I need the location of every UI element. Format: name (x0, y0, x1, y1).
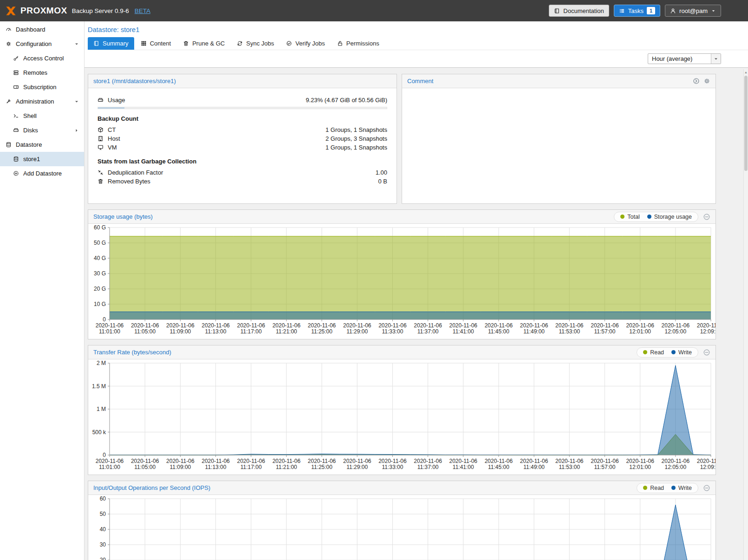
legend-label: Write (678, 349, 692, 356)
user-menu-button[interactable]: root@pam (665, 5, 721, 17)
svg-text:60: 60 (100, 495, 106, 502)
svg-text:2020-11-0612:05:00: 2020-11-0612:05:00 (662, 458, 690, 470)
sidebar-item-configuration[interactable]: Configuration (0, 37, 84, 51)
documentation-label: Documentation (563, 7, 604, 14)
svg-text:2020-11-0611:33:00: 2020-11-0611:33:00 (378, 458, 407, 470)
desktop-icon (98, 144, 104, 150)
chevron-down-icon (711, 8, 716, 13)
tab-prune-gc[interactable]: Prune & GC (177, 37, 230, 50)
user-icon (670, 8, 676, 14)
svg-text:2020-11-0611:21:00: 2020-11-0611:21:00 (273, 458, 301, 470)
scroll-up-arrow[interactable]: ▲ (744, 69, 748, 75)
tab-sync-jobs[interactable]: Sync Jobs (231, 37, 280, 50)
legend-item-read[interactable]: Read (640, 484, 667, 492)
tab-verify-jobs[interactable]: Verify Jobs (280, 37, 331, 50)
svg-text:2020-11-0611:01:00: 2020-11-0611:01:00 (96, 322, 124, 335)
sidebar-item-access-control[interactable]: Access Control (0, 51, 84, 65)
legend-item-write[interactable]: Write (668, 484, 695, 492)
svg-text:40: 40 (100, 526, 106, 533)
sidebar-item-disks[interactable]: Disks (0, 123, 84, 137)
comment-panel-title: Comment (407, 78, 433, 85)
main-area: Datastore: store1 SummaryContentPrune & … (85, 21, 748, 560)
usage-value: 9.23% (4.67 GiB of 50.56 GiB) (306, 97, 387, 104)
caret-right-icon (74, 128, 79, 133)
svg-text:2020-11-0611:41:00: 2020-11-0611:41:00 (449, 458, 478, 470)
tasks-list-icon (619, 8, 625, 14)
caret-down-icon (713, 56, 719, 62)
sidebar-item-add-datastore[interactable]: Add Datastore (0, 166, 84, 181)
tab-summary[interactable]: Summary (88, 37, 134, 50)
documentation-button[interactable]: Documentation (549, 5, 609, 17)
sidebar-item-label: Remotes (23, 69, 47, 76)
chevron-circle-icon[interactable] (693, 78, 700, 85)
summary-row-deduplication-factor: Deduplication Factor1.00 (98, 168, 387, 177)
combo-trigger[interactable] (711, 54, 721, 64)
legend-label: Total (627, 214, 639, 220)
unlock-icon (337, 40, 343, 46)
gc-stats-heading: Stats from last Garbage Collection (98, 158, 387, 165)
scrollbar-thumb[interactable] (744, 76, 748, 171)
legend-dot (647, 215, 651, 219)
svg-text:50 G: 50 G (94, 240, 106, 246)
legend-dot (671, 486, 676, 490)
storage-usage-panel: Storage usage (bytes) TotalStorage usage… (88, 209, 716, 339)
svg-text:2020-11-0611:37:00: 2020-11-0611:37:00 (414, 322, 442, 335)
svg-text:2020-11-0612:01:00: 2020-11-0612:01:00 (626, 458, 654, 470)
rows-icon (13, 70, 19, 76)
svg-text:20 G: 20 G (94, 286, 106, 292)
tasks-button[interactable]: Tasks 1 (614, 5, 660, 17)
db-icon (6, 142, 12, 148)
transfer-rate-panel: Transfer Rate (bytes/second) ReadWrite 0… (88, 345, 716, 475)
page-head: Datastore: store1 SummaryContentPrune & … (85, 21, 748, 50)
sidebar-item-dashboard[interactable]: Dashboard (0, 22, 84, 37)
sidebar-item-remotes[interactable]: Remotes (0, 65, 84, 80)
db-icon (13, 156, 19, 162)
datastore-summary-panel: store1 (/mnt/datastores/store1) Usage 9.… (88, 74, 397, 204)
sidebar-item-datastore[interactable]: Datastore (0, 137, 84, 152)
beta-link[interactable]: BETA (135, 7, 150, 14)
backup-count-heading: Backup Count (98, 115, 387, 122)
tab-content[interactable]: Content (135, 37, 177, 50)
topbar: PROXMOX Backup Server 0.9-6 BETA Documen… (0, 0, 748, 21)
summary-row-host: Host2 Groups, 3 Snapshots (98, 134, 387, 143)
svg-text:2020-11-0611:57:00: 2020-11-0611:57:00 (591, 458, 619, 470)
svg-text:2020-11-0611:49:00: 2020-11-0611:49:00 (520, 322, 548, 335)
legend-item-write[interactable]: Write (668, 349, 695, 356)
row-value: 1 Groups, 1 Snapshots (325, 126, 387, 133)
sidebar-item-store1[interactable]: store1 (0, 152, 84, 166)
row-value: 1.00 (376, 169, 387, 176)
svg-text:2020-11-0611:21:00: 2020-11-0611:21:00 (273, 322, 301, 335)
tab-bar: SummaryContentPrune & GCSync JobsVerify … (88, 37, 748, 50)
svg-text:2020-11-0612:09:00: 2020-11-0612:09:00 (697, 458, 715, 470)
svg-text:2020-11-0611:41:00: 2020-11-0611:41:00 (449, 322, 478, 335)
svg-text:2020-11-0611:57:00: 2020-11-0611:57:00 (591, 322, 619, 335)
summary-row-vm: VM1 Groups, 1 Snapshots (98, 143, 387, 152)
collapse-icon[interactable] (703, 213, 710, 221)
summary-panel-title: store1 (/mnt/datastores/store1) (93, 78, 176, 85)
sidebar-item-subscription[interactable]: Subscription (0, 80, 84, 94)
sidebar: DashboardConfigurationAccess ControlRemo… (0, 21, 85, 560)
collapse-icon[interactable] (703, 484, 710, 492)
refresh-icon (237, 40, 243, 46)
content: store1 (/mnt/datastores/store1) Usage 9.… (85, 68, 748, 560)
sidebar-item-administration[interactable]: Administration (0, 94, 84, 109)
topbar-actions: Documentation Tasks 1 root@pam (549, 5, 721, 17)
row-label: CT (108, 126, 116, 133)
comment-body[interactable] (402, 88, 715, 203)
iops-svg: 01020304050602020-11-0611:01:002020-11-0… (88, 495, 715, 560)
sidebar-item-label: Access Control (23, 55, 64, 62)
vertical-scrollbar[interactable]: ▲ (743, 69, 748, 560)
legend-item-total[interactable]: Total (617, 213, 643, 221)
svg-text:2020-11-0612:09:00: 2020-11-0612:09:00 (697, 322, 715, 335)
svg-text:2020-11-0611:17:00: 2020-11-0611:17:00 (237, 322, 265, 335)
collapse-icon[interactable] (703, 349, 710, 356)
legend-item-storage-usage[interactable]: Storage usage (644, 213, 695, 221)
svg-text:40 G: 40 G (94, 255, 106, 261)
legend-item-read[interactable]: Read (640, 349, 667, 356)
gear-icon[interactable] (703, 78, 710, 85)
sidebar-item-shell[interactable]: Shell (0, 109, 84, 123)
tab-permissions[interactable]: Permissions (332, 37, 385, 50)
time-range-select[interactable]: Hour (average) (648, 53, 721, 64)
svg-text:2020-11-0611:09:00: 2020-11-0611:09:00 (166, 322, 195, 335)
proxmox-logo: PROXMOX Backup Server 0.9-6 BETA (5, 5, 150, 17)
